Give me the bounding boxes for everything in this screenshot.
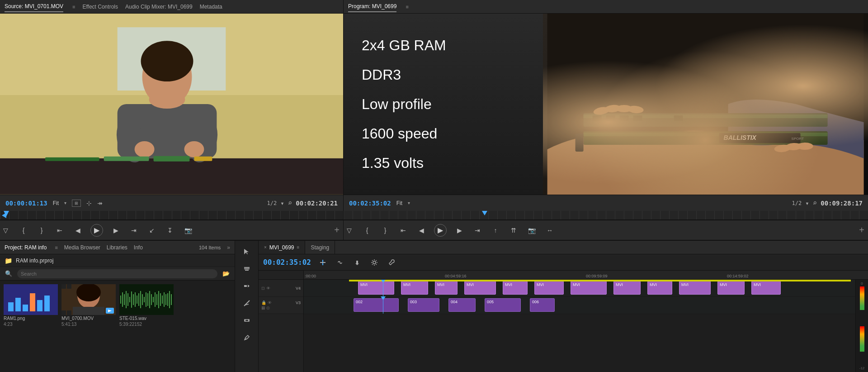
timeline-add-markers-btn[interactable] (352, 257, 363, 268)
program-extract-btn[interactable]: ⇈ (508, 225, 519, 236)
v3-visible-icon[interactable]: ◎ (266, 305, 270, 310)
source-fit-dropdown[interactable]: ▾ (64, 200, 66, 205)
program-step-fwd-btn[interactable]: ▶ (454, 225, 465, 236)
program-menu-icon[interactable]: ≡ (406, 4, 408, 10)
program-camera-btn[interactable]: 📷 (526, 225, 537, 236)
ripple-edit-tool-btn[interactable] (240, 279, 254, 293)
v4-sync-icon[interactable]: ⊡ (261, 286, 265, 291)
clip-v4-6[interactable]: MVI (534, 281, 564, 295)
program-go-to-out-btn[interactable]: ⇥ (472, 225, 483, 236)
asset-ste015[interactable]: STE-015.wav 5:39:22152 (119, 284, 174, 327)
clip-v4-5[interactable]: MVI (503, 281, 528, 295)
libraries-tab[interactable]: Libraries (107, 244, 127, 251)
program-prev-marker-btn[interactable]: ▽ (344, 225, 354, 236)
timeline-snap-btn[interactable] (317, 257, 328, 268)
track-select-tool-btn[interactable] (240, 262, 254, 276)
source-go-to-out-btn[interactable]: ⇥ (128, 225, 139, 236)
source-camera-btn[interactable]: 📷 (183, 225, 193, 236)
effect-controls-tab[interactable]: Effect Controls (82, 2, 118, 12)
clip-v4-2[interactable]: MVI (401, 281, 428, 295)
timeline-wrench-btn[interactable] (386, 257, 397, 268)
panel-expand-icon[interactable]: » (227, 244, 230, 251)
razor-tool-btn[interactable] (240, 296, 254, 310)
metadata-tab[interactable]: Metadata (200, 2, 222, 12)
source-play-btn[interactable]: ▶ (90, 224, 103, 237)
svg-rect-14 (194, 157, 212, 161)
clip-v4-7[interactable]: MVI (571, 281, 607, 295)
source-insert-icon[interactable]: ⊹ (86, 200, 92, 207)
source-menu-icon[interactable]: ≡ (72, 4, 75, 10)
clip-v4-1[interactable]: MVI (358, 281, 394, 295)
clip-v4-3[interactable]: MVI (435, 281, 458, 295)
source-prev-marker-btn[interactable]: ▽ (0, 225, 11, 236)
clip-v3-5[interactable]: 006 (530, 298, 555, 312)
v3-render-icon[interactable]: ▦ (261, 305, 265, 310)
source-add-btn[interactable]: + (334, 225, 343, 235)
program-lift-btn[interactable]: ↑ (490, 225, 501, 236)
program-go-to-in-btn[interactable]: ⇤ (398, 225, 409, 236)
v3-lock-icon[interactable]: 🔒 (261, 300, 266, 305)
source-overwrite-btn[interactable]: ↧ (165, 225, 175, 236)
v4-eye-icon[interactable]: 👁 (266, 286, 270, 291)
clip-v3-3[interactable]: 004 (448, 298, 476, 312)
project-search-icon[interactable]: 🔍 (4, 269, 14, 279)
source-step-back-btn[interactable]: ◀ (72, 225, 83, 236)
source-insert-btn[interactable]: ↙ (146, 225, 157, 236)
source-go-to-in-btn[interactable]: ⇤ (54, 225, 65, 236)
clip-v3-2[interactable]: 003 (408, 298, 439, 312)
source-overwrite-icon[interactable]: ↠ (97, 200, 103, 207)
pen-tool-btn[interactable] (240, 330, 254, 345)
clip-v4-11[interactable]: MVI (717, 281, 745, 295)
timeline-tab-mvi0699[interactable]: × MVI_0699 ≡ (259, 241, 305, 254)
program-play-btn[interactable]: ▶ (434, 224, 447, 237)
clip-v4-8[interactable]: MVI (613, 281, 641, 295)
source-mark-in-btn[interactable]: { (18, 225, 29, 236)
source-zoom-icon[interactable]: ⌕ (288, 199, 292, 207)
source-timecode[interactable]: 00:00:01:13 (5, 200, 47, 207)
timeline-tab-menu-icon[interactable]: ≡ (297, 245, 300, 250)
program-add-btn[interactable]: + (859, 225, 868, 235)
timeline-settings-btn[interactable] (369, 257, 380, 268)
timeline-tab-close-icon[interactable]: × (264, 245, 267, 250)
program-fit-label[interactable]: Fit (396, 200, 402, 206)
program-fit-dropdown[interactable]: ▾ (408, 200, 410, 205)
program-fraction-dropdown[interactable]: ▾ (805, 200, 809, 207)
program-scrub-bar[interactable] (344, 211, 868, 220)
timeline-timecode[interactable]: 00:02:35:02 (263, 258, 311, 267)
program-zoom-icon[interactable]: ⌕ (813, 199, 817, 207)
media-browser-tab[interactable]: Media Browser (64, 244, 100, 251)
audio-clip-mixer-tab[interactable]: Audio Clip Mixer: MVI_0699 (125, 2, 193, 12)
source-scrub-bar[interactable] (0, 211, 343, 220)
clip-v3-4[interactable]: 005 (485, 298, 521, 312)
clip-v4-10[interactable]: MVI (679, 281, 711, 295)
info-tab[interactable]: Info (134, 244, 143, 251)
svg-rect-81 (167, 293, 168, 306)
source-mark-out-btn[interactable]: } (36, 225, 47, 236)
source-step-fwd-btn[interactable]: ▶ (110, 225, 121, 236)
program-step-back-btn[interactable]: ◀ (416, 225, 427, 236)
source-tab[interactable]: Source: MVI_0701.MOV (5, 1, 63, 12)
clip-v4-9[interactable]: MVI (647, 281, 672, 295)
clip-v3-1[interactable]: 002 (354, 298, 399, 312)
project-search-input[interactable] (17, 269, 217, 278)
selection-tool-btn[interactable] (240, 244, 254, 259)
source-fraction-dropdown[interactable]: ▾ (280, 200, 284, 207)
source-fit-label[interactable]: Fit (53, 200, 59, 206)
program-timecode[interactable]: 00:02:35:02 (349, 200, 391, 207)
clip-v4-4[interactable]: MVI (464, 281, 496, 295)
program-mark-in-btn[interactable]: { (362, 225, 373, 236)
project-new-folder-icon[interactable]: 📂 (221, 269, 231, 279)
slip-tool-btn[interactable] (240, 313, 254, 328)
project-menu-icon[interactable]: ≡ (55, 245, 57, 250)
project-tab-active[interactable]: Project: RAM info (5, 244, 47, 251)
program-tab[interactable]: Program: MVI_0699 (348, 1, 396, 12)
timeline-tab-staging[interactable]: Staging (305, 241, 335, 254)
asset-ram1[interactable]: RAM1.png 4:23 (4, 284, 58, 327)
source-safe-margins[interactable]: ⊞ (72, 200, 81, 207)
v3-eye-icon[interactable]: 👁 (268, 300, 272, 305)
program-trim-btn[interactable]: ↔ (544, 225, 555, 236)
timeline-linked-select-btn[interactable] (335, 257, 345, 268)
clip-v4-12[interactable]: MVI (751, 281, 781, 295)
asset-mvi0700[interactable]: MVI_0700.MOV 5:41:13 (61, 284, 116, 327)
program-mark-out-btn[interactable]: } (380, 225, 391, 236)
